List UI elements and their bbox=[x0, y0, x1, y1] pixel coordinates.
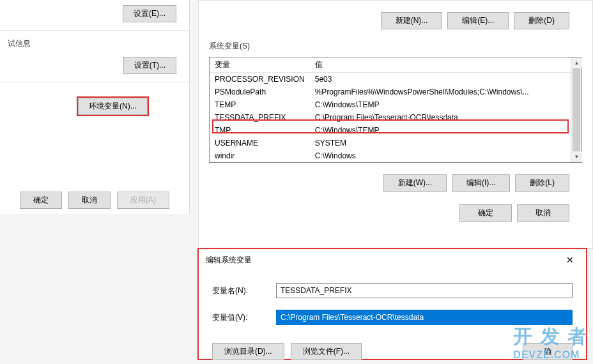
cell-var: TMP bbox=[210, 124, 310, 137]
table-row[interactable]: windirC:\Windows bbox=[210, 149, 581, 162]
user-new-button[interactable]: 新建(N)... bbox=[381, 12, 443, 29]
var-value-input[interactable] bbox=[276, 310, 573, 325]
cell-val: C:\Windows bbox=[310, 149, 581, 162]
env-vars-highlight: 环境变量(N)... bbox=[77, 96, 149, 116]
scrollbar[interactable]: ▲ ▼ bbox=[571, 57, 581, 162]
scroll-down-icon[interactable]: ▼ bbox=[571, 151, 582, 162]
edit-ok-button[interactable]: 确 bbox=[523, 343, 573, 360]
table-row[interactable]: TESSDATA_PREFIXC:\Program Files\Tesserac… bbox=[210, 111, 581, 124]
cell-val: C:\Windows\TEMP bbox=[310, 124, 581, 137]
sys-delete-button[interactable]: 删除(L) bbox=[515, 174, 569, 192]
env-ok-button[interactable]: 确定 bbox=[459, 204, 512, 222]
col-val[interactable]: 值 bbox=[310, 57, 581, 73]
cell-var: PSModulePath bbox=[210, 86, 310, 98]
edit-sys-var-dialog: 编辑系统变量 ✕ 变量名(N): 变量值(V): 浏览目录(D)... 浏览文件… bbox=[197, 248, 587, 360]
sys-vars-table: 变量 值 PROCESSOR_REVISION5e03PSModulePath%… bbox=[210, 57, 581, 162]
table-row[interactable]: TEMPC:\Windows\TEMP bbox=[210, 98, 581, 111]
env-cancel-button[interactable]: 取消 bbox=[517, 204, 569, 222]
system-properties-panel: 设置(E)... 试信息 设置(T)... 环境变量(N)... 确定 取消 应… bbox=[0, 0, 190, 214]
dialog-title: 编辑系统变量 bbox=[206, 255, 252, 266]
cell-val: %ProgramFiles%\WindowsPowerShell\Modules… bbox=[310, 86, 581, 98]
apply-button: 应用(A) bbox=[117, 192, 169, 209]
cell-val: C:\Program Files\Tesseract-OCR\tessdata bbox=[310, 111, 581, 124]
cell-val: C:\Windows\TEMP bbox=[310, 98, 581, 111]
browse-file-button[interactable]: 浏览文件(F)... bbox=[291, 343, 362, 360]
cell-val: 5e03 bbox=[310, 73, 581, 86]
cell-var: TESSDATA_PREFIX bbox=[210, 111, 310, 124]
user-vars-buttons: 新建(N)... 编辑(E)... 删除(D) bbox=[209, 6, 582, 36]
divider bbox=[0, 82, 189, 82]
env-footer: 确定 取消 bbox=[209, 198, 582, 228]
sys-vars-buttons: 新建(W)... 编辑(I)... 删除(L) bbox=[209, 168, 582, 198]
sys-vars-table-container: 变量 值 PROCESSOR_REVISION5e03PSModulePath%… bbox=[209, 57, 582, 163]
env-vars-dialog: 新建(N)... 编辑(E)... 删除(D) 系统变量(S) 变量 值 PRO… bbox=[198, 0, 593, 249]
settings-t-button[interactable]: 设置(T)... bbox=[123, 57, 176, 74]
table-row[interactable]: TMPC:\Windows\TEMP bbox=[210, 124, 581, 137]
sys-edit-button[interactable]: 编辑(I)... bbox=[452, 174, 510, 192]
browse-dir-button[interactable]: 浏览目录(D)... bbox=[212, 343, 284, 360]
user-edit-button[interactable]: 编辑(E)... bbox=[447, 12, 509, 29]
cell-var: PROCESSOR_REVISION bbox=[210, 73, 310, 86]
cell-var: windir bbox=[210, 149, 310, 162]
dialog-footer: 浏览目录(D)... 浏览文件(F)... 确 bbox=[199, 343, 585, 364]
cell-var: TEMP bbox=[210, 98, 310, 111]
sys-vars-label: 系统变量(S) bbox=[209, 36, 582, 57]
scroll-up-icon[interactable]: ▲ bbox=[571, 57, 582, 68]
ok-button[interactable]: 确定 bbox=[20, 192, 62, 209]
col-var[interactable]: 变量 bbox=[210, 57, 310, 73]
cancel-button[interactable]: 取消 bbox=[68, 192, 111, 209]
test-info-label: 试信息 bbox=[0, 33, 189, 52]
cell-var: USERNAME bbox=[210, 137, 310, 149]
table-row[interactable]: PSModulePath%ProgramFiles%\WindowsPowerS… bbox=[210, 86, 581, 98]
divider bbox=[0, 30, 189, 31]
env-vars-button[interactable]: 环境变量(N)... bbox=[78, 98, 148, 115]
left-footer: 确定 取消 应用(A) bbox=[0, 192, 189, 209]
scroll-thumb[interactable] bbox=[573, 68, 580, 151]
settings-e-button[interactable]: 设置(E)... bbox=[123, 5, 176, 22]
table-row[interactable]: USERNAMESYSTEM bbox=[210, 137, 581, 149]
var-name-input[interactable] bbox=[276, 283, 573, 298]
close-icon[interactable]: ✕ bbox=[560, 254, 580, 266]
var-value-label: 变量值(V): bbox=[212, 312, 276, 323]
cell-val: SYSTEM bbox=[310, 137, 581, 149]
table-row[interactable]: PROCESSOR_REVISION5e03 bbox=[210, 73, 581, 86]
dialog-titlebar: 编辑系统变量 ✕ bbox=[199, 250, 585, 270]
var-name-label: 变量名(N): bbox=[212, 285, 276, 296]
user-delete-button[interactable]: 删除(D) bbox=[514, 12, 569, 29]
sys-new-button[interactable]: 新建(W)... bbox=[383, 174, 447, 192]
